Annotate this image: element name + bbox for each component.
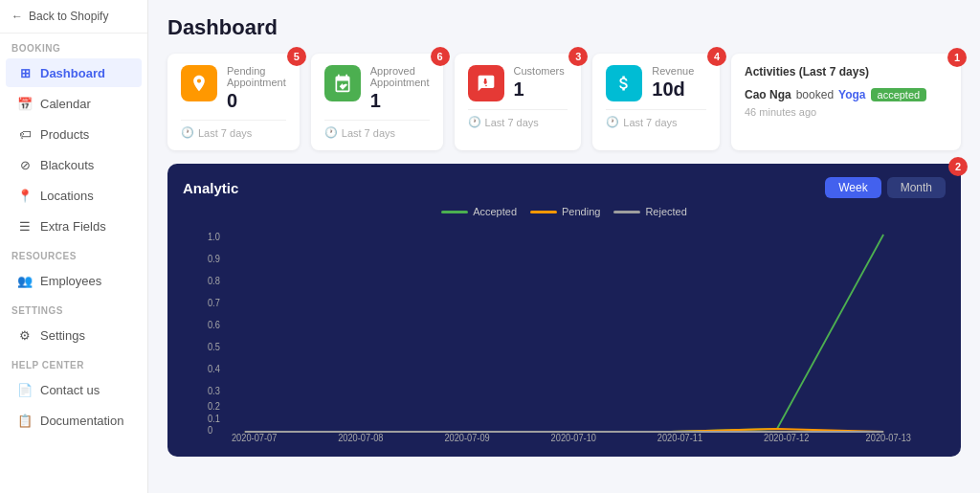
analytic-header: Analytic Week Month	[183, 177, 946, 198]
month-button[interactable]: Month	[887, 177, 946, 198]
activities-title: Activities (Last 7 days)	[745, 65, 947, 78]
back-to-shopify[interactable]: ← Back to Shopify	[0, 0, 147, 34]
activity-name: Cao Nga	[745, 88, 791, 101]
chart-legend: Accepted Pending Rejected	[183, 206, 946, 217]
legend-accepted-label: Accepted	[473, 206, 517, 217]
back-arrow-icon: ←	[11, 10, 23, 23]
approved-badge: 6	[431, 47, 450, 66]
svg-text:2020-07-09: 2020-07-09	[444, 433, 489, 443]
stat-footer: 🕐 Last 7 days	[181, 120, 286, 139]
activities-panel: 1 Activities (Last 7 days) Cao Nga booke…	[731, 54, 961, 150]
pending-badge: 5	[287, 47, 306, 66]
stat-footer-label: Last 7 days	[623, 117, 677, 128]
svg-text:2020-07-10: 2020-07-10	[551, 433, 596, 443]
ban-icon: ⊘	[17, 157, 33, 172]
sidebar-item-employees[interactable]: 👥 Employees	[6, 266, 142, 295]
stat-footer-label: Last 7 days	[198, 127, 252, 139]
svg-text:0.9: 0.9	[208, 254, 220, 264]
legend-rejected-label: Rejected	[645, 206, 686, 217]
clock-icon: 🕐	[181, 126, 194, 139]
sidebar-item-products[interactable]: 🏷 Products	[6, 120, 142, 148]
sidebar-item-dashboard[interactable]: ⊞ Dashboard	[6, 58, 142, 87]
stat-footer-label: Last 7 days	[485, 117, 539, 128]
clock-icon: 🕐	[324, 126, 338, 139]
svg-text:0: 0	[208, 425, 212, 436]
svg-text:2020-07-13: 2020-07-13	[866, 433, 911, 443]
stat-value: 1	[370, 90, 430, 112]
activity-item: Cao Nga booked Yoga accepted 46 minutes …	[745, 88, 947, 118]
sidebar: ← Back to Shopify BOOKING ⊞ Dashboard 📅 …	[0, 0, 148, 493]
pending-dot	[530, 211, 557, 213]
sidebar-item-label: Settings	[40, 328, 85, 343]
sidebar-item-contact-us[interactable]: 📄 Contact us	[6, 375, 142, 404]
activities-badge: 1	[947, 48, 967, 67]
people-icon: 👥	[17, 273, 33, 288]
sidebar-item-label: Dashboard	[40, 66, 105, 80]
stat-value: 1	[514, 78, 565, 101]
sidebar-item-settings[interactable]: ⚙ Settings	[6, 321, 142, 349]
sidebar-item-label: Employees	[40, 274, 101, 288]
stat-info: Revenue 10d	[652, 65, 694, 101]
svg-text:0.7: 0.7	[208, 298, 220, 308]
section-resources: RESOURCES	[0, 241, 147, 265]
sidebar-item-documentation[interactable]: 📋 Documentation	[6, 406, 142, 435]
analytic-panel: 2 Analytic Week Month Accepted Pending R…	[167, 164, 961, 457]
tag-icon: 🏷	[17, 126, 33, 142]
approved-icon	[324, 65, 361, 101]
stat-card-customers: 3 Customers 1 🕐 Last 7 days	[455, 54, 582, 150]
stat-info: Approved Appointment 1	[370, 65, 430, 112]
svg-text:0.6: 0.6	[208, 320, 220, 330]
stat-value: 10d	[652, 78, 694, 101]
stat-card-approved: 6 Approved Appointment 1 🕐 Last 7 days	[311, 54, 443, 150]
contact-icon: 📄	[17, 382, 33, 397]
pending-icon	[181, 65, 217, 101]
location-icon: 📍	[17, 188, 33, 203]
legend-rejected: Rejected	[613, 206, 686, 217]
stat-card-top: Customers 1	[468, 65, 568, 101]
stat-footer-label: Last 7 days	[342, 127, 395, 139]
svg-text:2020-07-12: 2020-07-12	[764, 433, 809, 443]
activity-time: 46 minutes ago	[745, 106, 816, 118]
clock-icon: 🕐	[606, 116, 619, 128]
sidebar-item-blackouts[interactable]: ⊘ Blackouts	[6, 150, 142, 179]
customers-icon	[468, 65, 504, 101]
top-row: 5 Pending Appointment 0 🕐 Last 7 days	[167, 54, 961, 150]
stat-label: Pending Appointment	[227, 65, 286, 88]
sidebar-item-label: Locations	[40, 189, 94, 203]
stat-card-top: Revenue 10d	[606, 65, 706, 101]
svg-text:0.1: 0.1	[208, 414, 220, 424]
legend-pending: Pending	[530, 206, 600, 217]
svg-text:2020-07-08: 2020-07-08	[338, 433, 383, 443]
svg-text:1.0: 1.0	[208, 232, 220, 242]
stat-label: Customers	[514, 65, 565, 77]
svg-text:0.4: 0.4	[208, 364, 220, 374]
sidebar-item-label: Products	[40, 127, 89, 142]
stat-label: Revenue	[652, 65, 694, 77]
stat-info: Pending Appointment 0	[227, 65, 286, 112]
sidebar-item-extra-fields[interactable]: ☰ Extra Fields	[6, 212, 142, 240]
revenue-badge: 4	[707, 47, 726, 66]
sidebar-item-calendar[interactable]: 📅 Calendar	[6, 89, 142, 118]
page-title: Dashboard	[167, 15, 961, 40]
sidebar-item-label: Contact us	[40, 383, 100, 397]
activity-status: accepted	[871, 88, 927, 101]
sidebar-item-locations[interactable]: 📍 Locations	[6, 181, 142, 210]
stat-card-top: Approved Appointment 1	[324, 65, 430, 112]
sidebar-item-label: Documentation	[40, 414, 123, 428]
chart-svg: 1.0 0.9 0.8 0.7 0.6 0.5 0.4 0.3 0.2 0.1 …	[183, 223, 946, 443]
stat-value: 0	[227, 90, 286, 112]
gear-icon: ⚙	[17, 327, 33, 343]
main-content: Dashboard 5 Pending Appointment 0 🕐	[148, 0, 980, 493]
svg-text:0.3: 0.3	[208, 386, 220, 396]
fields-icon: ☰	[17, 218, 33, 234]
customers-badge: 3	[568, 47, 588, 66]
week-button[interactable]: Week	[825, 177, 880, 198]
svg-text:2020-07-11: 2020-07-11	[657, 433, 702, 443]
svg-text:0.5: 0.5	[208, 342, 220, 352]
svg-text:0.2: 0.2	[208, 401, 220, 412]
stat-footer: 🕐 Last 7 days	[606, 109, 706, 128]
back-label: Back to Shopify	[29, 10, 108, 23]
rejected-dot	[613, 211, 640, 213]
section-settings: SETTINGS	[0, 296, 147, 320]
grid-icon: ⊞	[17, 65, 33, 80]
